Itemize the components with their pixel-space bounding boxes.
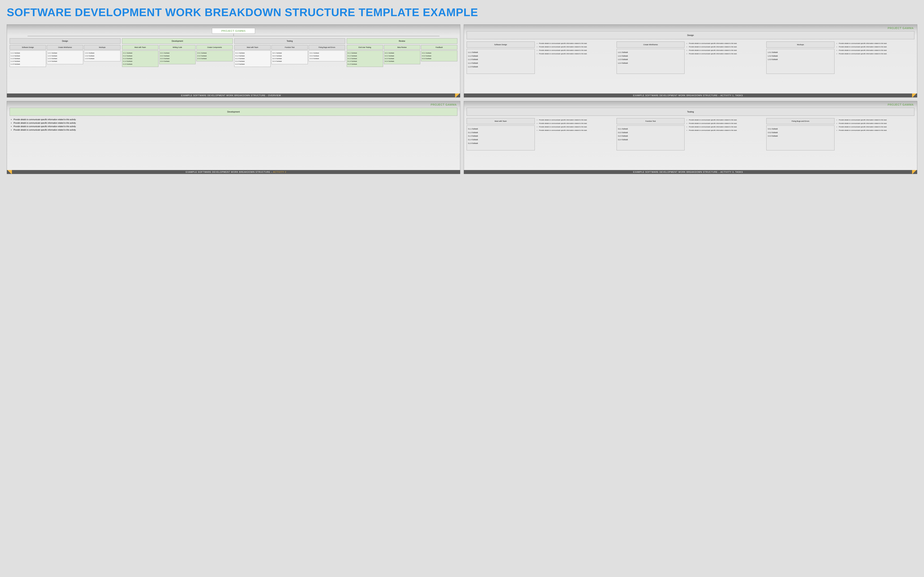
activity-header-testing: Testing: [467, 108, 914, 116]
task-details: Provide details to communicate specific …: [536, 118, 615, 150]
activity-header-design: Design: [467, 31, 914, 39]
activity-detail-item: Provide details to communicate specific …: [13, 125, 457, 128]
subtask-list: 2.1.1 Subtask2.1.2 Subtask2.1.3 Subtask2…: [122, 50, 158, 67]
slide2-footer: EXAMPLE SOFTWARE DEVELOPMENT WORK BREAKD…: [464, 93, 917, 97]
activity-design: Design: [10, 38, 121, 44]
activity-detail-item: Provide details to communicate specific …: [13, 122, 457, 125]
task-box: Feedback: [421, 45, 457, 50]
page-title: SOFTWARE DEVELOPMENT WORK BREAKDOWN STRU…: [7, 6, 917, 19]
slide1-footer: EXAMPLE SOFTWARE DEVELOPMENT WORK BREAKD…: [7, 93, 460, 97]
slide-activity1-tasks: PROJECT GAMMA Design Software Design1.1.…: [464, 24, 917, 98]
task-box: Function Test: [271, 45, 308, 50]
slide-activity2: PROJECT GAMMA Development Provide detail…: [7, 101, 460, 174]
task-details: Provide details to communicate specific …: [536, 42, 615, 74]
task-details: Provide details to communicate specific …: [686, 42, 764, 74]
subtask-list: 3.2.1 Subtask3.2.2 Subtask3.2.3 Subtask3…: [617, 126, 685, 150]
subtask-list: 2.3.1 Subtask2.3.2 Subtask2.3.3 Subtask: [196, 50, 233, 61]
task-box: Meet with Team: [122, 45, 158, 50]
task-box: Meet with Team: [467, 118, 535, 124]
activity-header-development: Development: [10, 108, 457, 116]
subtask-list: 3.1.1 Subtask3.1.2 Subtask3.1.3 Subtask3…: [234, 50, 271, 67]
task-box: Fixing Bugs and Errors: [309, 45, 345, 50]
activity-testing: Testing: [234, 38, 345, 44]
subtask-list: 1.1.1 Subtask1.1.2 Subtask1.1.3 Subtask1…: [10, 50, 46, 67]
slide-activity3-tasks: PROJECT GAMMA Testing Meet with Team3.1.…: [464, 101, 917, 174]
slide3-footer: EXAMPLE SOFTWARE DEVELOPMENT WORK BREAKD…: [7, 170, 460, 174]
task-box: Meet with Team: [234, 45, 271, 50]
task-box: Fixing Bugs and Errors: [766, 118, 835, 124]
task-details: Provide details to communicate specific …: [686, 118, 764, 150]
activity-review: Review: [347, 38, 457, 44]
project-label: PROJECT GAMMA: [888, 103, 914, 106]
task-box: Create Components: [196, 45, 233, 50]
subtask-list: 3.1.1 Subtask3.1.2 Subtask3.1.3 Subtask3…: [467, 126, 535, 150]
slide4-footer: EXAMPLE SOFTWARE DEVELOPMENT WORK BREAKD…: [464, 170, 917, 174]
task-box: Create Wireframes: [47, 45, 83, 50]
root-project: PROJECT GAMMA: [212, 28, 255, 34]
slide-overview: PROJECT GAMMADesignSoftware Design1.1.1 …: [7, 24, 460, 98]
subtask-list: 1.3.1 Subtask1.3.2 Subtask1.3.3 Subtask: [766, 49, 835, 74]
subtask-list: 4.2.1 Subtask4.2.2 Subtask4.2.3 Subtask4…: [384, 50, 420, 64]
task-box: Mockups: [84, 45, 120, 50]
subtask-list: 1.2.1 Subtask1.2.2 Subtask1.2.3 Subtask1…: [47, 50, 83, 64]
task-details: Provide details to communicate specific …: [836, 118, 914, 150]
task-box: Function Test: [617, 118, 685, 124]
task-box: Mockups: [766, 42, 835, 48]
project-label: PROJECT GAMMA: [431, 103, 457, 106]
subtask-list: 2.2.1 Subtask2.2.2 Subtask2.2.3 Subtask2…: [159, 50, 195, 64]
task-box: Software Design: [467, 42, 535, 48]
task-box: End-User Testing: [347, 45, 383, 50]
project-label: PROJECT GAMMA: [888, 27, 914, 30]
task-box: Beta Review: [384, 45, 420, 50]
task-box: Writing Code: [159, 45, 195, 50]
subtask-list: 1.1.1 Subtask1.1.2 Subtask1.1.3 Subtask1…: [467, 49, 535, 74]
subtask-list: 4.1.1 Subtask4.1.2 Subtask4.1.3 Subtask4…: [347, 50, 383, 67]
subtask-list: 3.2.1 Subtask3.2.2 Subtask3.2.3 Subtask3…: [271, 50, 308, 64]
task-box: Create Wireframes: [617, 42, 685, 48]
subtask-list: 4.3.1 Subtask4.3.2 Subtask4.3.3 Subtask: [421, 50, 457, 61]
subtask-list: 1.2.1 Subtask1.2.2 Subtask1.2.3 Subtask1…: [617, 49, 685, 74]
subtask-list: 3.3.1 Subtask3.3.2 Subtask3.3.3 Subtask: [766, 126, 835, 150]
task-details: Provide details to communicate specific …: [836, 42, 914, 74]
task-box: Software Design: [10, 45, 46, 50]
activity-detail-item: Provide details to communicate specific …: [13, 118, 457, 121]
activity-development: Development: [122, 38, 233, 44]
activity-details-list: Provide details to communicate specific …: [10, 118, 457, 132]
subtask-list: 1.3.1 Subtask1.3.2 Subtask1.3.3 Subtask: [84, 50, 120, 61]
slide-grid: PROJECT GAMMADesignSoftware Design1.1.1 …: [7, 24, 917, 174]
subtask-list: 3.3.1 Subtask3.3.2 Subtask3.3.3 Subtask: [309, 50, 345, 61]
activity-detail-item: Provide details to communicate specific …: [13, 129, 457, 132]
